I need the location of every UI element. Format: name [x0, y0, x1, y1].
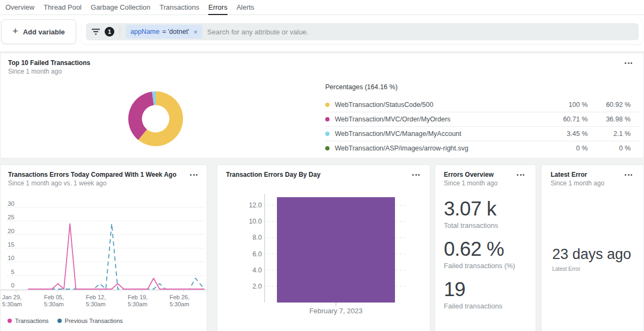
panel-transaction-errors-day-by-day: Transaction Errors Day By Day 2.04.06.08… [217, 164, 430, 331]
x-axis-tick-label: Feb 19, 5:30am [128, 294, 148, 308]
plus-icon: + [12, 26, 18, 36]
legend-pct: 36.98 % [588, 116, 631, 123]
svg-text:8.0: 8.0 [253, 234, 262, 241]
legend-item-previous-transactions[interactable]: Previous Transactions [57, 318, 123, 324]
panel-title: Transactions Errors Today Compared With … [8, 171, 177, 179]
filter-chip-appname[interactable]: appName = 'dotnet' × [126, 25, 202, 39]
billboard-stats: 3.07 kTotal transactions0.62 %Failed tra… [444, 198, 515, 319]
legend-pct-of-max: 60.71 % [539, 116, 588, 123]
tab-errors[interactable]: Errors [208, 0, 227, 15]
svg-text:5: 5 [11, 269, 14, 275]
panel-latest-error: Latest Error Since 1 month ago 23 days a… [541, 164, 644, 331]
x-axis-tick-label: Jan 29, 5:30am [2, 294, 22, 308]
filter-row: + Add variable 1 appName = 'dotnet' × Se… [0, 15, 644, 51]
line-series-transactions[interactable] [28, 224, 204, 289]
svg-text:10: 10 [8, 255, 14, 261]
svg-text:30: 30 [8, 200, 14, 207]
stat-value: 0.62 % [444, 239, 515, 260]
donut-chart[interactable] [128, 91, 184, 147]
legend-pct-of-max: 100 % [539, 101, 588, 109]
filter-search-input[interactable]: 1 appName = 'dotnet' × Search for any at… [86, 23, 639, 40]
svg-text:25: 25 [8, 214, 14, 220]
svg-text:12.0: 12.0 [249, 202, 262, 209]
divider [120, 26, 120, 37]
panel-top10-failed-transactions: Top 10 Failed Transactions Since 1 month… [0, 53, 644, 159]
legend-color-dot [325, 103, 330, 107]
legend-transaction-label: WebTransaction/MVC/Order/MyOrders [335, 116, 539, 123]
stat-failed-transactions: 19Failed transactions [444, 279, 515, 310]
stat-total-transactions: 3.07 kTotal transactions [444, 198, 515, 229]
svg-text:15: 15 [8, 241, 14, 248]
legend-row[interactable]: WebTransaction/MVC/Order/MyOrders60.71 %… [325, 112, 639, 126]
bar-x-axis-label: February 7, 2023 [282, 307, 390, 315]
panel-subtitle: Since 1 month ago [444, 179, 497, 188]
legend-color-dot [325, 117, 330, 121]
legend-item-transactions[interactable]: Transactions [8, 318, 49, 324]
tab-alerts[interactable]: Alerts [237, 0, 254, 15]
x-axis-tick-label: Feb 26, 5:30am [170, 294, 189, 308]
panel-transactions-errors-compared: Transactions Errors Today Compared With … [0, 164, 207, 331]
legend-pct-of-max: 3.45 % [539, 130, 588, 138]
panel-subtitle: Since 1 month ago [551, 179, 604, 188]
legend-pct: 2.1 % [588, 130, 631, 138]
svg-text:6.0: 6.0 [253, 250, 262, 258]
legend-pct-of-max: 0 % [539, 145, 588, 152]
x-axis-tick-label: Feb 12, 5:30am [86, 294, 106, 308]
svg-text:20: 20 [8, 228, 14, 234]
tab-garbage-collection[interactable]: Garbage Collection [91, 0, 150, 15]
panel-menu-button[interactable] [515, 172, 526, 177]
filter-funnel-icon [91, 28, 100, 35]
stat-label: Failed transactions (%) [444, 262, 515, 270]
line-chart-legend: TransactionsPrevious Transactions [8, 318, 123, 324]
panel-errors-overview: Errors Overview Since 1 month ago 3.07 k… [435, 164, 536, 331]
panel-subtitle: Since 1 month ago [8, 68, 90, 76]
legend-color-dot [8, 319, 12, 323]
panel-title: Latest Error [551, 171, 604, 179]
legend-row[interactable]: WebTransaction/MVC/Manage/MyAccount3.45 … [325, 126, 639, 141]
chip-close-icon[interactable]: × [194, 28, 198, 36]
bar-chart[interactable]: 2.04.06.08.010.012.0 [217, 193, 431, 307]
tab-overview[interactable]: Overview [5, 0, 34, 15]
line-series-previous-transactions[interactable] [28, 224, 204, 289]
legend-row[interactable]: WebTransaction/StatusCode/500100 %60.92 … [325, 97, 639, 112]
x-axis-tick-label: Feb 05, 5:30am [44, 294, 64, 308]
panel-menu-button[interactable] [411, 172, 421, 177]
legend-color-dot [325, 132, 330, 136]
legend-transaction-label: WebTransaction/ASP/images/arrow-right.sv… [335, 145, 539, 152]
search-placeholder: Search for any attribute or value. [207, 28, 309, 36]
stat-label: Failed transactions [444, 302, 515, 310]
legend-header: Percentages (164.16 %) [325, 83, 639, 91]
tab-bar: OverviewThread PoolGarbage CollectionTra… [0, 0, 644, 15]
panel-title: Transaction Errors Day By Day [226, 171, 320, 179]
panel-menu-button[interactable] [623, 172, 634, 177]
panel-title: Top 10 Failed Transactions [8, 59, 90, 67]
tab-thread-pool[interactable]: Thread Pool [43, 0, 82, 15]
panel-menu-button[interactable] [623, 61, 634, 66]
svg-text:2.0: 2.0 [253, 283, 262, 290]
filter-search-card: 1 appName = 'dotnet' × Search for any at… [82, 19, 643, 44]
legend-pct: 0 % [588, 145, 631, 152]
svg-text:10.0: 10.0 [249, 218, 262, 225]
chip-attribute: appName [130, 28, 159, 35]
stat-value: 19 [444, 279, 515, 300]
legend-color-dot [57, 319, 62, 323]
tab-transactions[interactable]: Transactions [159, 0, 199, 15]
filter-count-badge: 1 [105, 27, 114, 37]
line-chart[interactable]: 051015202530 [1, 197, 208, 293]
legend-color-dot [325, 146, 330, 150]
bar-february-7-2023[interactable] [277, 197, 395, 303]
panel-title: Errors Overview [444, 171, 497, 179]
add-variable-button[interactable]: + Add variable [1, 19, 76, 44]
legend-transaction-label: WebTransaction/MVC/Manage/MyAccount [335, 130, 539, 138]
legend-row[interactable]: WebTransaction/ASP/images/arrow-right.sv… [325, 141, 639, 155]
legend-pct: 60.92 % [588, 101, 631, 109]
svg-text:0: 0 [11, 282, 14, 289]
svg-text:4.0: 4.0 [253, 267, 262, 274]
latest-error-label: Latest Error [552, 266, 580, 272]
panel-menu-button[interactable] [188, 172, 199, 177]
stat-value: 3.07 k [444, 198, 515, 220]
chip-value: = 'dotnet' [162, 28, 189, 35]
stat-label: Total transactions [444, 221, 515, 229]
latest-error-value: 23 days ago [552, 246, 631, 263]
donut-legend-table: Percentages (164.16 %) WebTransaction/St… [325, 83, 639, 155]
